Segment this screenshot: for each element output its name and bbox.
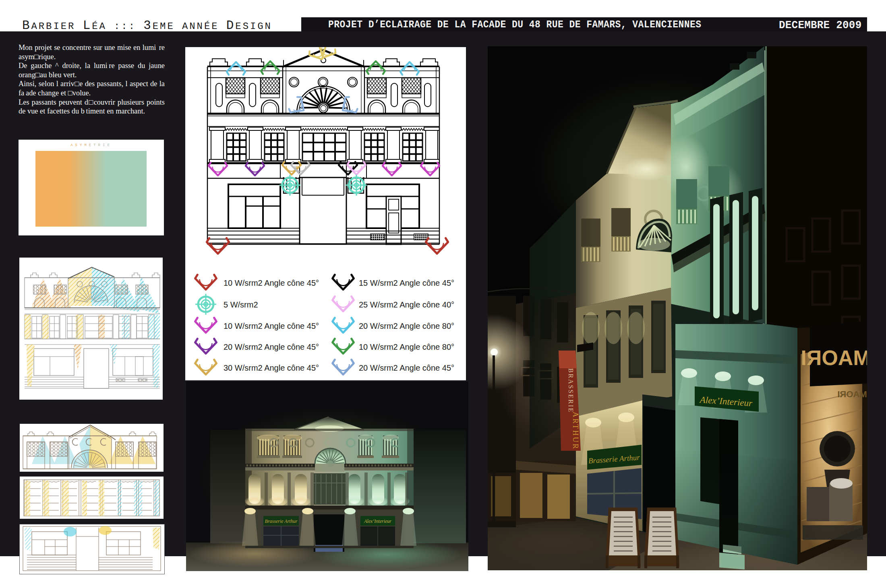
svg-text:ARTHUR: ARTHUR (571, 412, 580, 450)
svg-text:20 W/srm2 Angle cône 80°: 20 W/srm2 Angle cône 80° (359, 322, 454, 330)
svg-text:Alex’Interieur: Alex’Interieur (364, 518, 391, 524)
svg-text:10 W/srm2 Angle cône 45°: 10 W/srm2 Angle cône 45° (224, 279, 319, 287)
svg-text:25 W/srm2 Angle cône 40°: 25 W/srm2 Angle cône 40° (359, 300, 454, 309)
svg-text:MAORI: MAORI (837, 389, 867, 399)
svg-text:10 W/srm2 Angle cône 45°: 10 W/srm2 Angle cône 45° (224, 322, 319, 330)
svg-text:Brasserie Arthur: Brasserie Arthur (265, 518, 298, 524)
svg-text:20 W/srm2 Angle cône 45°: 20 W/srm2 Angle cône 45° (224, 342, 319, 351)
svg-text:10 W/srm2 Angle cône 80°: 10 W/srm2 Angle cône 80° (359, 342, 454, 351)
svg-text:BRASSERIE: BRASSERIE (567, 368, 575, 413)
svg-text:15 W/srm2 Angle cône 45°: 15 W/srm2 Angle cône 45° (359, 279, 454, 287)
svg-text:20 W/srm2 Angle cône 45°: 20 W/srm2 Angle cône 45° (359, 363, 454, 372)
svg-text:MAORI: MAORI (801, 346, 867, 369)
svg-text:5 W/srm2: 5 W/srm2 (224, 300, 258, 309)
svg-text:30 W/srm2 Angle cône 45°: 30 W/srm2 Angle cône 45° (224, 363, 319, 372)
